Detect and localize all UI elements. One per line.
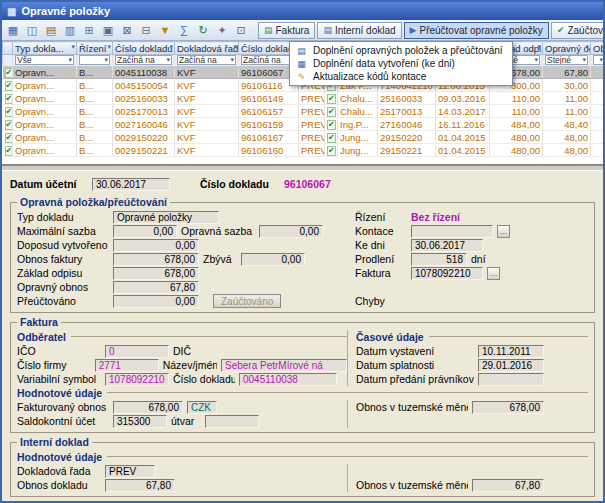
zauctovano-button[interactable]: Zaúčtováno	[213, 294, 281, 308]
dokladova-rada-field[interactable]: PREV	[105, 465, 155, 478]
table-row[interactable]: ✔Opravn...B...0025170013KVF96106157PREV✔…	[3, 105, 604, 118]
saldokontni-ucet-field[interactable]: 315300	[113, 415, 167, 428]
faktura-ref-field[interactable]: 1078092210	[411, 267, 483, 280]
filter-combo-5[interactable]: Začíná na▾	[241, 55, 296, 65]
filter-value: Začíná na	[179, 55, 217, 65]
datum-predani-field[interactable]	[478, 373, 544, 386]
typ-dokladu-field[interactable]: Opravné položky	[113, 211, 219, 224]
filter-icon[interactable]: ▼	[156, 22, 174, 39]
menu-item-aktualizace-kontace[interactable]: ✎Aktualizace kódů kontace	[292, 70, 510, 83]
var-symbol-field[interactable]: 1078092210	[105, 373, 169, 386]
menu-item-doplneni-data[interactable]: ▦Doplnění data vytvoření (ke dni)	[292, 57, 510, 70]
column-menu-icon[interactable]: ▾	[169, 43, 173, 51]
datum-vystaveni-field[interactable]: 10.11.2011	[478, 345, 544, 358]
interni-doklad-button[interactable]: ▤Interní doklad	[317, 22, 401, 39]
cislo-firmy-field[interactable]: 2771	[95, 359, 159, 372]
filter-combo-1[interactable]: Vše▾	[15, 55, 74, 65]
tools-icon[interactable]: ✦	[213, 22, 231, 39]
settings-icon[interactable]: ⊡	[232, 22, 250, 39]
row-cell	[591, 66, 604, 79]
obnos-faktury-label: Obnos faktury	[17, 253, 109, 265]
column-menu-icon[interactable]: ▾	[233, 43, 237, 51]
window-title: Opravné položky	[21, 5, 110, 17]
faktura-cislo-dokladu-field[interactable]: 0045110038	[239, 373, 337, 386]
column-menu-icon[interactable]: ▾	[107, 43, 111, 51]
titlebar[interactable]: ▦ Opravné položky	[2, 2, 603, 20]
mail-icon[interactable]: ⊟	[137, 22, 155, 39]
column-header-1[interactable]: Typ dokla...▾	[13, 42, 77, 55]
datum-ucetni-field[interactable]: 30.06.2017	[92, 178, 170, 191]
doposud-vytvoreno-field[interactable]: 0,00	[113, 239, 199, 252]
row-cell: B...	[77, 79, 113, 92]
filter-combo-4[interactable]: Začíná na▾	[177, 55, 236, 65]
faktura-button[interactable]: ▤Faktura	[258, 22, 315, 39]
faktura-obnos-tuzemska-field[interactable]: 678,00	[472, 401, 544, 414]
browse-grid-icon[interactable]: ▦	[4, 22, 22, 39]
filter-value: Stejné	[547, 55, 571, 65]
column-header-12[interactable]: Opravný odp...▾	[543, 42, 591, 55]
column-menu-icon[interactable]: ▾	[585, 43, 589, 51]
preuctovano-field[interactable]: 0,00	[113, 295, 199, 308]
ke-dni-label: Ke dni	[355, 239, 407, 251]
refresh-icon[interactable]: ↻	[194, 22, 212, 39]
export-icon[interactable]: ⊠	[118, 22, 136, 39]
sum-icon[interactable]: ∑	[175, 22, 193, 39]
row-cell: PREV	[299, 144, 325, 157]
zbyva-field[interactable]: 0,00	[241, 253, 305, 266]
table-row[interactable]: ✔Opravn...B...0025160033KVF96106149PREV✔…	[3, 92, 604, 105]
filter-combo-3[interactable]: Začíná na▾	[115, 55, 172, 65]
table-row[interactable]: ✔Opravn...B...0029150221KVF96106160PREV✔…	[3, 144, 604, 157]
column-menu-icon[interactable]: ▾	[537, 43, 541, 51]
kontace-browse-button[interactable]: …	[497, 225, 510, 238]
preuctovat-button[interactable]: ▶Přeúčtovat opravné položky	[404, 22, 549, 39]
filter-value: Vše	[17, 55, 32, 65]
menu-item-doplneni-polozek[interactable]: ▤Doplnění opravných položek a přeúčtován…	[292, 44, 510, 57]
table-row[interactable]: ✔Opravn...B...0027160046KVF96106159PREV✔…	[3, 118, 604, 131]
datum-splatnosti-field[interactable]: 29.01.2016	[478, 359, 544, 372]
filter-combo-2[interactable]: ▾	[79, 55, 110, 65]
column-menu-icon[interactable]: ▾	[602, 43, 603, 51]
zbyva-label: Zbývá	[203, 253, 237, 265]
filter-combo-12[interactable]: Stejné▾	[545, 55, 588, 65]
faktura-browse-button[interactable]: …	[487, 267, 500, 280]
detail-form-icon[interactable]: ◫	[23, 22, 41, 39]
zaklad-odpisu-field[interactable]: 678,00	[113, 267, 199, 280]
column-header-3[interactable]: Číslo dokladu▾	[113, 42, 175, 55]
interni-right: Obnos v tuzemské měně 67,80	[347, 464, 588, 492]
print-icon[interactable]: ▣	[99, 22, 117, 39]
table-row[interactable]: ✔Opravn...B...0029150220KVF96106167PREV✔…	[3, 131, 604, 144]
column-header-4[interactable]: Dokladová řad...▾	[175, 42, 239, 55]
filter-cell-2: ▾	[77, 55, 113, 66]
column-header-2[interactable]: Řízení▾	[77, 42, 113, 55]
row-check-cell: ✔	[325, 131, 338, 144]
column-header-0[interactable]	[3, 42, 13, 55]
kontace-field[interactable]	[411, 225, 493, 238]
row-cell: 27160046	[378, 118, 436, 131]
maximalni-sazba-field[interactable]: 0,00	[113, 225, 177, 238]
prodleni-field[interactable]: 518	[411, 253, 467, 266]
obnos-dokladu-field[interactable]: 67,80	[105, 479, 175, 492]
notes-icon[interactable]: ▤	[42, 22, 60, 39]
row-cell: PREV	[299, 105, 325, 118]
column-header-13[interactable]: Obn...▾	[591, 42, 604, 55]
ke-dni-field[interactable]: 30.06.2017	[411, 239, 483, 252]
ico-field[interactable]: 0	[105, 345, 169, 358]
columns-icon[interactable]: ▥	[61, 22, 79, 39]
interni-obnos-tuzemska-field[interactable]: 67,80	[472, 479, 544, 492]
utvar-field[interactable]	[205, 415, 259, 428]
mena-field[interactable]: CZK	[187, 401, 217, 414]
filter-combo-13[interactable]: ▾	[593, 55, 603, 65]
nazev-field[interactable]: Sebera PetrMírové ná	[221, 359, 347, 372]
row-cell	[591, 144, 604, 157]
filter-cell-3: Začíná na▾	[113, 55, 175, 66]
row-cell: Opravn...	[13, 92, 77, 105]
column-menu-icon[interactable]: ▾	[71, 43, 75, 51]
obnos-faktury-field[interactable]: 678,00	[113, 253, 199, 266]
row-cell: KVF	[175, 105, 239, 118]
attachments-icon[interactable]: ⊞	[80, 22, 98, 39]
row-cell: B...	[77, 66, 113, 79]
zauctovat-button[interactable]: ✔Zaúčtovat návrh	[551, 22, 605, 39]
fakturovany-obnos-field[interactable]: 678,00	[113, 401, 183, 414]
opravny-obnos-field[interactable]: 67,80	[113, 281, 199, 294]
opravna-sazba-field[interactable]: 0,00	[259, 225, 323, 238]
